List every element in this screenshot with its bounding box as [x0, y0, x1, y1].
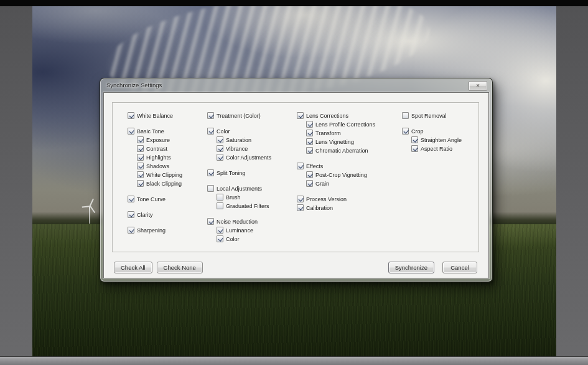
checkbox-unchecked[interactable]	[207, 185, 214, 192]
checkbox-row[interactable]: Sharpening	[128, 226, 182, 234]
checkbox-row[interactable]: Contrast	[137, 145, 182, 153]
checkbox-row[interactable]: White Clipping	[137, 171, 182, 179]
checkbox-label: Sharpening	[137, 227, 166, 234]
checkbox-checked[interactable]	[306, 171, 313, 178]
checkbox-checked[interactable]	[306, 121, 313, 128]
checkbox-row[interactable]: Post-Crop Vignetting	[306, 171, 375, 179]
checkbox-checked[interactable]	[137, 154, 144, 161]
checkbox-row[interactable]: Spot Removal	[402, 111, 462, 120]
checkbox-unchecked[interactable]	[402, 112, 409, 119]
checkbox-row[interactable]: Grain	[306, 179, 375, 187]
synchronize-button[interactable]: Synchronize	[388, 262, 434, 273]
checkbox-row[interactable]: White Balance	[128, 111, 182, 120]
checkbox-checked[interactable]	[207, 128, 214, 135]
checkbox-row[interactable]: Highlights	[137, 153, 182, 161]
checkbox-label: Lens Profile Corrections	[315, 121, 375, 128]
checkbox-row[interactable]: Clarity	[128, 211, 182, 219]
close-button[interactable]: ✕	[469, 81, 487, 91]
checkbox-label: Aspect Ratio	[421, 146, 452, 152]
checkbox-label: Color Adjustments	[226, 154, 271, 161]
checkbox-label: Highlights	[146, 154, 171, 161]
checkbox-checked[interactable]	[411, 145, 418, 152]
checkbox-checked[interactable]	[217, 227, 223, 234]
checkbox-row[interactable]: Lens Profile Corrections	[306, 120, 375, 128]
checkbox-checked[interactable]	[297, 112, 304, 119]
checkbox-row[interactable]: Color	[207, 127, 271, 135]
checkbox-checked[interactable]	[137, 171, 144, 178]
checkbox-row[interactable]: Color Adjustments	[217, 153, 271, 161]
checkbox-row[interactable]: Crop	[402, 127, 462, 135]
checkbox-row[interactable]: Basic Tone	[128, 127, 182, 135]
checkbox-label: Contrast	[146, 146, 167, 152]
checkbox-checked[interactable]	[297, 196, 304, 202]
checkbox-checked[interactable]	[297, 163, 304, 169]
checkbox-checked[interactable]	[137, 145, 144, 152]
checkbox-unchecked[interactable]	[217, 194, 223, 201]
checkbox-checked[interactable]	[217, 235, 223, 242]
checkbox-checked[interactable]	[402, 128, 409, 135]
checkbox-label: Local Adjustments	[217, 186, 262, 192]
settings-column: Lens CorrectionsLens Profile Corrections…	[297, 111, 375, 212]
checkbox-checked[interactable]	[137, 136, 144, 143]
checkbox-row[interactable]: Noise Reduction	[207, 217, 271, 225]
checkbox-label: Noise Reduction	[217, 219, 258, 225]
checkbox-row[interactable]: Exposure	[137, 136, 182, 144]
checkbox-row[interactable]: Saturation	[217, 136, 271, 144]
checkbox-checked[interactable]	[217, 136, 223, 143]
checkbox-checked[interactable]	[207, 218, 214, 225]
checkbox-row[interactable]: Effects	[297, 162, 375, 170]
checkbox-row[interactable]: Treatment (Color)	[207, 111, 271, 120]
checkbox-row[interactable]: Graduated Filters	[217, 202, 271, 210]
checkbox-checked[interactable]	[217, 154, 223, 161]
settings-panel: White BalanceBasic ToneExposureContrastH…	[112, 102, 479, 252]
checkbox-label: Straighten Angle	[421, 137, 462, 143]
check-none-button[interactable]: Check None	[157, 262, 203, 273]
checkbox-checked[interactable]	[128, 227, 134, 234]
checkbox-row[interactable]: Local Adjustments	[207, 184, 271, 192]
checkbox-checked[interactable]	[137, 180, 144, 187]
checkbox-row[interactable]: Split Toning	[207, 169, 271, 177]
checkbox-checked[interactable]	[137, 163, 144, 169]
checkbox-checked[interactable]	[411, 136, 418, 143]
checkbox-checked[interactable]	[207, 169, 214, 176]
checkbox-label: Split Toning	[217, 170, 245, 176]
checkbox-row[interactable]: Chromatic Aberration	[306, 146, 375, 154]
checkbox-checked[interactable]	[297, 204, 304, 211]
checkbox-label: Transform	[315, 130, 341, 136]
checkbox-checked[interactable]	[306, 138, 313, 145]
checkbox-checked[interactable]	[306, 130, 313, 136]
checkbox-checked[interactable]	[128, 211, 134, 218]
close-icon: ✕	[476, 83, 480, 88]
check-all-button[interactable]: Check All	[114, 262, 152, 273]
checkbox-label: White Balance	[137, 113, 173, 119]
checkbox-row[interactable]: Lens Vignetting	[306, 138, 375, 146]
cancel-button[interactable]: Cancel	[442, 262, 477, 273]
checkbox-checked[interactable]	[128, 128, 134, 135]
checkbox-checked[interactable]	[306, 147, 313, 154]
checkbox-checked[interactable]	[207, 112, 214, 119]
checkbox-checked[interactable]	[128, 196, 134, 202]
checkbox-row[interactable]: Aspect Ratio	[411, 145, 462, 153]
checkbox-row[interactable]: Brush	[217, 193, 271, 201]
checkbox-label: Chromatic Aberration	[315, 148, 368, 154]
checkbox-row[interactable]: Lens Corrections	[297, 111, 375, 120]
checkbox-checked[interactable]	[306, 180, 313, 187]
wind-turbine	[85, 201, 95, 225]
checkbox-row[interactable]: Vibrance	[217, 145, 271, 153]
checkbox-checked[interactable]	[217, 145, 223, 152]
checkbox-row[interactable]: Color	[217, 235, 271, 243]
synchronize-settings-dialog: Synchronize Settings ✕ White BalanceBasi…	[100, 78, 493, 282]
checkbox-label: Color	[226, 236, 240, 242]
checkbox-unchecked[interactable]	[217, 202, 223, 209]
checkbox-row[interactable]: Black Clipping	[137, 179, 182, 187]
checkbox-row[interactable]: Luminance	[217, 226, 271, 234]
checkbox-row[interactable]: Calibration	[297, 204, 375, 212]
checkbox-label: Color	[217, 128, 230, 135]
checkbox-row[interactable]: Shadows	[137, 162, 182, 170]
checkbox-row[interactable]: Transform	[306, 129, 375, 137]
checkbox-row[interactable]: Process Version	[297, 195, 375, 203]
checkbox-checked[interactable]	[128, 112, 134, 119]
checkbox-row[interactable]: Tone Curve	[128, 195, 182, 203]
checkbox-row[interactable]: Straighten Angle	[411, 136, 462, 144]
checkbox-label: Post-Crop Vignetting	[315, 172, 367, 178]
